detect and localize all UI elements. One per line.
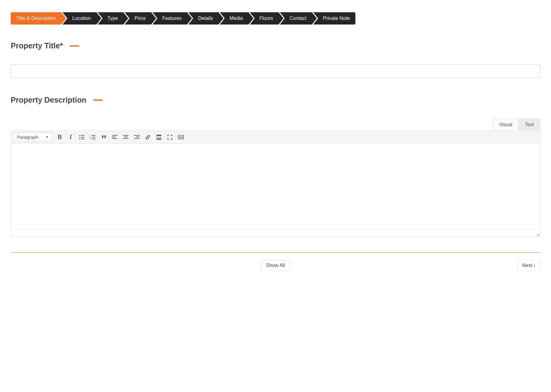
svg-point-4 [79,138,80,139]
property-description-heading: Property Description [11,96,540,104]
step-price[interactable]: Price [125,12,151,24]
align-left-icon [112,134,118,140]
format-selector[interactable]: Paragraph ▼ [13,133,52,141]
numbered-list-button[interactable]: 123 [89,134,96,141]
keyboard-icon [178,134,184,140]
svg-rect-22 [156,137,158,138]
svg-rect-14 [112,138,118,139]
step-floors[interactable]: Floors [250,12,279,24]
svg-rect-16 [124,137,128,137]
svg-rect-13 [112,137,115,137]
svg-rect-3 [81,137,84,138]
editor-tab-visual[interactable]: Visual [493,119,519,130]
svg-rect-21 [156,135,161,136]
align-right-icon [134,134,140,140]
next-button[interactable]: Next › [517,260,540,271]
svg-rect-5 [81,139,84,139]
bullet-list-button[interactable] [78,134,85,141]
svg-text:3: 3 [90,138,91,140]
align-right-button[interactable] [133,134,140,141]
svg-rect-29 [181,136,181,137]
step-features[interactable]: Features [152,12,187,24]
toolbar-toggle-button[interactable] [178,134,184,141]
align-left-button[interactable] [111,134,118,141]
svg-rect-23 [158,137,159,138]
resize-handle[interactable] [536,232,539,236]
section-divider [11,252,540,253]
link-button[interactable] [144,134,151,141]
fullscreen-button[interactable] [167,134,173,141]
svg-rect-34 [182,138,183,138]
italic-icon: I [69,134,72,141]
svg-rect-11 [92,139,96,139]
svg-rect-9 [92,137,96,138]
svg-rect-20 [134,138,140,139]
editor-status-bar [11,229,540,237]
numbered-list-icon: 123 [90,134,96,140]
footer-actions: Show All Next › [11,260,540,271]
chevron-down-icon: ▼ [46,135,49,139]
step-title-description[interactable]: Title & Description [11,12,61,24]
editor-tab-text[interactable]: Text [519,119,540,130]
svg-rect-31 [182,136,183,137]
fullscreen-icon [167,134,173,140]
italic-button[interactable]: I [67,134,74,141]
show-all-button[interactable]: Show All [261,260,290,271]
link-icon [145,134,151,140]
svg-point-0 [79,135,80,136]
step-location[interactable]: Location [62,12,96,24]
svg-rect-24 [160,137,161,138]
svg-rect-17 [123,138,129,139]
svg-rect-15 [123,135,129,136]
svg-rect-28 [180,136,180,137]
editor-toolbar: Paragraph ▼ B I 123 [11,131,540,144]
blockquote-button[interactable] [100,134,107,141]
svg-rect-25 [156,138,161,140]
wizard-steps: Title & Description Location Type Price … [11,12,540,24]
step-contact[interactable]: Contact [280,12,312,24]
step-type[interactable]: Type [98,12,124,24]
svg-point-2 [79,137,80,138]
bullet-list-icon [79,134,85,140]
svg-rect-27 [179,136,179,137]
svg-rect-1 [81,135,84,136]
chevron-right-icon: › [534,263,535,268]
step-media[interactable]: Media [220,12,249,24]
property-title-input[interactable] [11,64,540,78]
align-center-button[interactable] [122,134,129,141]
bold-button[interactable]: B [56,134,63,141]
read-more-button[interactable] [156,134,162,141]
svg-rect-7 [92,135,96,136]
quote-icon [101,134,107,140]
svg-rect-30 [182,136,182,137]
property-title-heading: Property Title* [11,41,540,50]
svg-rect-12 [112,135,118,136]
bold-icon: B [58,134,62,141]
editor-content-area[interactable] [11,144,540,229]
read-more-icon [156,134,162,140]
svg-rect-18 [134,135,140,136]
svg-rect-19 [136,137,140,137]
step-details[interactable]: Details [188,12,219,24]
align-center-icon [123,134,129,140]
step-private-note[interactable]: Private Note [313,12,355,24]
svg-rect-32 [179,138,179,138]
svg-rect-26 [178,135,184,139]
svg-rect-33 [180,138,182,138]
rich-text-editor: Paragraph ▼ B I 123 [11,130,540,237]
editor-mode-tabs: Visual Text [11,119,540,130]
